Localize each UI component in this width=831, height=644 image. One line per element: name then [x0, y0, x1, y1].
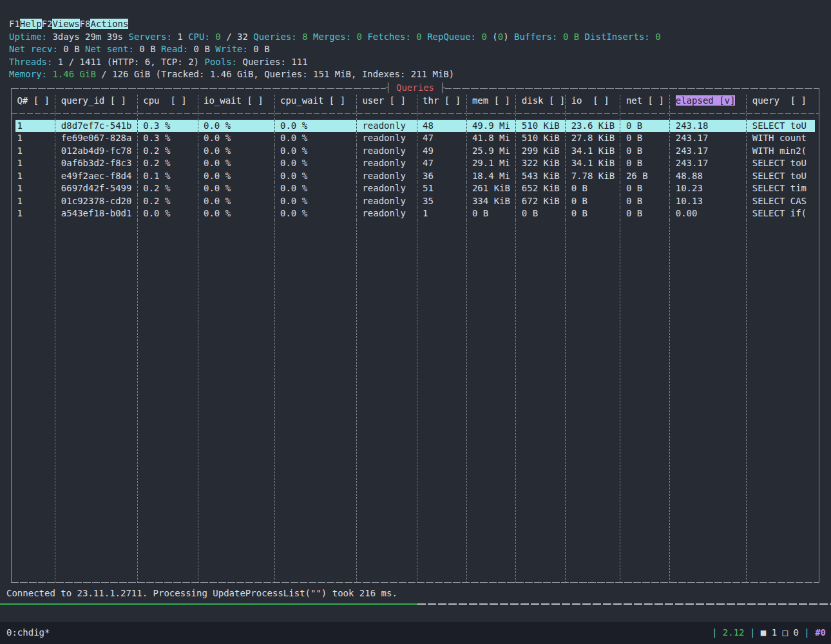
cell-query-id: a543ef18-b0d1: [55, 207, 137, 220]
cell-elapsed: 10.23: [670, 182, 747, 195]
cell-cpu-wait: 0.0 %: [275, 195, 357, 208]
cell-io: 0 B: [566, 195, 620, 208]
cell-mem: 334 KiB: [467, 195, 517, 208]
cell-cpu-wait: 0.0 %: [275, 170, 357, 183]
menu-item-actions[interactable]: F8Actions: [80, 19, 129, 29]
cell-thr: 51: [417, 182, 467, 195]
table-header-row: Q# [ ]query_id [ ]cpu [ ]io_wait [ ]cpu_…: [12, 95, 819, 108]
header-underline-cell: [417, 107, 467, 120]
tmux-window-item[interactable]: 0:chdig*: [6, 627, 50, 639]
header-underline-cell: [55, 107, 137, 120]
table-row[interactable]: 1d8d7ef7c-541b0.3 %0.0 %0.0 %readonly484…: [12, 120, 819, 133]
cell-mem: 49.9 Mi: [467, 120, 517, 133]
cell-q-num: 1: [12, 157, 55, 170]
filler-cell: [670, 220, 747, 583]
cell-io-wait: 0.0 %: [198, 182, 275, 195]
header-underline-cell: [670, 107, 747, 120]
table-row[interactable]: 16697d42f-54990.2 %0.0 %0.0 %readonly512…: [12, 182, 819, 195]
menu-item-views[interactable]: F2Views: [42, 19, 80, 29]
summary-segment: 8: [297, 32, 313, 42]
summary-segment: 0: [476, 32, 492, 42]
cell-query: WITH min2(: [747, 145, 819, 158]
column-header-io-wait[interactable]: io_wait [ ]: [198, 95, 275, 108]
cell-elapsed: 10.13: [670, 195, 747, 208]
summary-segment: (: [492, 32, 497, 42]
cell-cpu: 0.0 %: [138, 207, 198, 220]
summary-segment: Merges:: [313, 32, 351, 42]
network-line: Net recv: 0 B Net sent: 0 B Read: 0 B Wr…: [9, 43, 831, 56]
header-underline-cell: [12, 107, 55, 120]
cell-cpu-wait: 0.0 %: [275, 145, 357, 158]
cell-io-wait: 0.0 %: [198, 170, 275, 183]
cell-mem: 25.9 Mi: [467, 145, 517, 158]
cell-disk: 299 KiB: [516, 145, 566, 158]
cell-io: 0 B: [566, 182, 620, 195]
cell-io-wait: 0.0 %: [198, 132, 275, 145]
cell-net: 0 B: [620, 120, 670, 133]
cell-thr: 47: [417, 132, 467, 145]
cell-elapsed: 243.17: [670, 145, 747, 158]
menubar: F1HelpF2ViewsF8Actions: [0, 0, 831, 31]
column-header-thr[interactable]: thr [ ]: [417, 95, 467, 108]
summary-segment: Buffers:: [514, 32, 557, 42]
summary-segment: Pools:: [204, 57, 237, 67]
summary-segment: 0 B: [248, 44, 270, 54]
filler-cell: [467, 220, 517, 583]
menu-key: F2: [42, 19, 53, 29]
table-row[interactable]: 1a543ef18-b0d10.0 %0.0 %0.0 %readonly10 …: [12, 207, 819, 220]
cell-io: 27.8 KiB: [566, 132, 620, 145]
cell-user: readonly: [357, 132, 417, 145]
cell-cpu: 0.2 %: [138, 145, 198, 158]
summary-segment: 0: [411, 32, 427, 42]
filler-cell: [620, 220, 670, 583]
threads-line: Threads: 1 / 1411 (HTTP: 6, TCP: 2) Pool…: [9, 56, 831, 69]
table-row[interactable]: 1012ab4d9-fc780.2 %0.0 %0.0 %readonly492…: [12, 145, 819, 158]
table-row[interactable]: 1fe69e067-828a0.3 %0.0 %0.0 %readonly474…: [12, 132, 819, 145]
menu-label: Actions: [90, 19, 128, 29]
column-header-q-num[interactable]: Q# [ ]: [12, 95, 55, 108]
cell-mem: 18.4 Mi: [467, 170, 517, 183]
column-header-elapsed[interactable]: elapsed [v]: [670, 95, 747, 108]
summary-segment: RepQueue:: [427, 32, 476, 42]
column-header-disk[interactable]: disk [ ]: [516, 95, 566, 108]
table-row[interactable]: 10af6b3d2-f8c30.2 %0.0 %0.0 %readonly472…: [12, 157, 819, 170]
cell-query: SELECT toU: [747, 170, 819, 183]
filler-cell: [275, 220, 357, 583]
table-title: ┤ Queries ├: [385, 82, 445, 95]
summary-segment: Uptime:: [9, 32, 47, 42]
filler-cell: [516, 220, 566, 583]
column-header-user[interactable]: user [ ]: [357, 95, 417, 108]
column-header-mem[interactable]: mem [ ]: [467, 95, 517, 108]
progress-remaining: [417, 603, 831, 605]
cell-cpu-wait: 0.0 %: [275, 120, 357, 133]
cell-user: readonly: [357, 195, 417, 208]
column-header-io[interactable]: io [ ]: [566, 95, 620, 108]
column-header-query[interactable]: query [ ]: [747, 95, 819, 108]
menu-label: Help: [20, 19, 42, 29]
status-message: Connected to 23.11.1.2711. Processing Up…: [6, 587, 831, 600]
summary-segment: 0: [351, 32, 367, 42]
header-underline-cell: [620, 107, 670, 120]
cell-query: SELECT toU: [747, 157, 819, 170]
column-header-cpu-wait[interactable]: cpu_wait [ ]: [275, 95, 357, 108]
statusbar-right: | 2.12 | ■ 1 □ 0 | #0: [712, 627, 826, 639]
column-header-query-id[interactable]: query_id [ ]: [55, 95, 137, 108]
table-empty-area: [12, 220, 819, 583]
summary-segment: Fetches:: [367, 32, 410, 42]
cell-thr: 35: [417, 195, 467, 208]
table-row[interactable]: 101c92378-cd200.2 %0.0 %0.0 %readonly353…: [12, 195, 819, 208]
header-underline-cell: [516, 107, 566, 120]
column-header-cpu[interactable]: cpu [ ]: [138, 95, 198, 108]
cell-query: SELECT tim: [747, 182, 819, 195]
summary-segment: 0 B: [557, 32, 584, 42]
menu-key: F8: [80, 19, 91, 29]
menu-item-help[interactable]: F1Help: [9, 19, 42, 29]
table-row[interactable]: 1e49f2aec-f8d40.1 %0.0 %0.0 %readonly361…: [12, 170, 819, 183]
summary-segment: 3days 29m 39s: [47, 32, 128, 42]
cell-disk: 652 KiB: [516, 182, 566, 195]
cell-disk: 322 KiB: [516, 157, 566, 170]
pane-indicator: #0: [815, 627, 826, 638]
filler-cell: [566, 220, 620, 583]
column-header-net[interactable]: net [ ]: [620, 95, 670, 108]
summary-segment: 0 B: [188, 44, 215, 54]
